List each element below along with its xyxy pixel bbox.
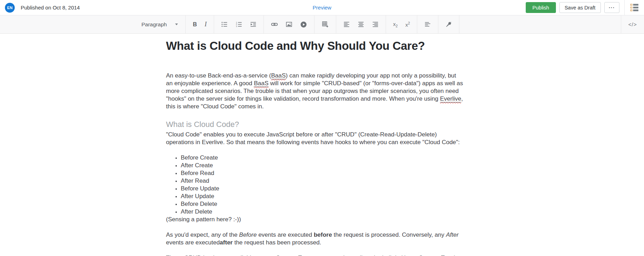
justify-group xyxy=(417,15,438,33)
format-group: Paragraph xyxy=(134,15,185,33)
content-list-button[interactable] xyxy=(629,2,640,13)
save-draft-button[interactable]: Save as Draft xyxy=(559,2,601,13)
align-left-icon xyxy=(343,21,350,28)
topbar-actions: Publish Save as Draft ··· xyxy=(526,0,640,15)
divider xyxy=(624,0,625,15)
paragraph: As you'd expect, any of the Before event… xyxy=(166,231,464,247)
bold-icon: B xyxy=(193,21,197,28)
list-item: After Create xyxy=(181,162,464,169)
insert-image-button[interactable] xyxy=(282,15,296,33)
paragraph: These CRUD hooks are available on any Co… xyxy=(166,254,464,256)
video-icon xyxy=(300,21,307,28)
topbar: EN Published on Oct 8, 2014 Preview Publ… xyxy=(0,0,644,15)
code-view-group: </> xyxy=(621,15,644,33)
spellcheck-underline: Everlive xyxy=(440,95,461,102)
more-options-button[interactable]: ··· xyxy=(604,2,620,13)
topbar-left: EN Published on Oct 8, 2014 xyxy=(5,3,80,13)
hyperlink-button[interactable] xyxy=(267,15,282,33)
clear-format-group xyxy=(438,15,459,33)
insert-group xyxy=(264,15,314,33)
ordered-list-button[interactable]: 1 2 3 xyxy=(232,15,246,33)
justify-button[interactable] xyxy=(420,15,435,33)
subscript-button[interactable]: x2 xyxy=(389,15,401,33)
editor-content-area[interactable]: What is Cloud Code and Why Should You Ca… xyxy=(0,34,464,256)
list-item: Before Read xyxy=(181,169,464,177)
paragraph: (Sensing a pattern here? :-)) xyxy=(166,216,464,223)
list-item: Before Delete xyxy=(181,200,464,208)
script-group: x2 x2 xyxy=(386,15,417,33)
list-item: After Delete xyxy=(181,208,464,216)
unordered-list-icon xyxy=(221,21,228,28)
section-heading: What is Cloud Code? xyxy=(166,120,464,129)
inline-link[interactable]: BaaS xyxy=(254,80,268,87)
clear-formatting-button[interactable] xyxy=(441,15,456,33)
hyperlink-icon xyxy=(271,21,278,28)
list-item: Before Update xyxy=(181,185,464,193)
list-item: After Read xyxy=(181,177,464,185)
publish-button[interactable]: Publish xyxy=(526,2,556,13)
preview-link[interactable]: Preview xyxy=(313,5,331,11)
list-group: 1 2 3 xyxy=(214,15,264,33)
unordered-list-button[interactable] xyxy=(217,15,232,33)
code-view-icon: </> xyxy=(628,21,637,27)
italic-button[interactable]: I xyxy=(201,15,211,33)
align-left-button[interactable] xyxy=(339,15,354,33)
svg-text:3: 3 xyxy=(236,25,237,27)
subscript-icon: x2 xyxy=(393,21,398,28)
alignment-group xyxy=(336,15,386,33)
superscript-button[interactable]: x2 xyxy=(401,15,414,33)
indent-icon xyxy=(250,21,257,28)
align-center-icon xyxy=(358,21,364,28)
styled-text: After xyxy=(446,231,459,238)
inline-link[interactable]: Everlive xyxy=(440,95,461,102)
align-right-icon xyxy=(372,21,379,28)
editor-toolbar: Paragraph B I 1 2 3 xyxy=(0,15,644,34)
spellcheck-underline: BaaS xyxy=(254,80,268,87)
image-icon xyxy=(286,21,292,28)
spellcheck-underline: BaaS xyxy=(271,72,286,79)
styled-text: before xyxy=(314,231,332,238)
bullet-list: Before CreateAfter CreateBefore ReadAfte… xyxy=(166,154,464,216)
language-badge[interactable]: EN xyxy=(5,3,15,13)
article-title: What is Cloud Code and Why Should You Ca… xyxy=(166,39,464,53)
table-group xyxy=(314,15,336,33)
article-body: An easy-to-use Back-end-as-a-service (Ba… xyxy=(166,72,464,256)
indent-button[interactable] xyxy=(246,15,260,33)
published-status: Published on Oct 8, 2014 xyxy=(21,5,80,11)
ordered-list-icon: 1 2 3 xyxy=(235,21,242,28)
paragraph: An easy-to-use Back-end-as-a-service (Ba… xyxy=(166,72,464,110)
list-item: After Update xyxy=(181,193,464,200)
text-style-group: B I xyxy=(186,15,214,33)
code-view-button[interactable]: </> xyxy=(624,15,641,33)
bold-button[interactable]: B xyxy=(189,15,201,33)
insert-table-icon xyxy=(321,21,329,28)
align-right-button[interactable] xyxy=(368,15,383,33)
insert-video-button[interactable] xyxy=(296,15,311,33)
clear-formatting-icon xyxy=(445,21,452,28)
paragraph-style-dropdown[interactable]: Paragraph xyxy=(137,21,182,28)
inline-link[interactable]: BaaS xyxy=(271,72,286,79)
chevron-down-icon xyxy=(175,23,178,25)
align-center-button[interactable] xyxy=(354,15,368,33)
justify-icon xyxy=(424,21,431,28)
styled-text: Before xyxy=(239,231,257,238)
paragraph-style-value: Paragraph xyxy=(141,21,167,28)
list-item: Before Create xyxy=(181,154,464,162)
insert-table-button[interactable] xyxy=(318,15,333,33)
superscript-icon: x2 xyxy=(405,21,410,28)
styled-text: after xyxy=(220,239,233,246)
italic-icon: I xyxy=(205,21,207,28)
paragraph: "Cloud Code" enables you to execute Java… xyxy=(166,131,464,146)
content-list-icon xyxy=(630,4,638,11)
toolbar-spacer xyxy=(459,15,621,33)
